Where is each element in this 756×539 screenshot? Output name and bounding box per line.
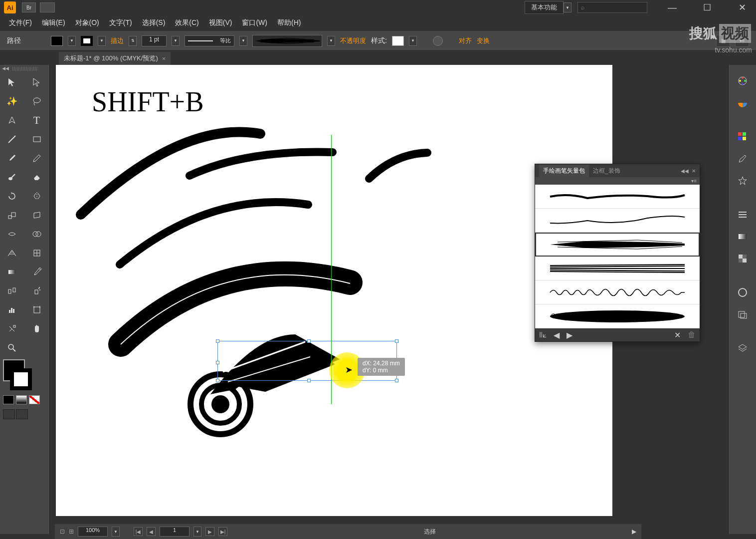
magic-wand-tool[interactable]: ✨ bbox=[0, 92, 24, 111]
selection-handle[interactable] bbox=[395, 339, 398, 343]
brushes-panel-header[interactable]: 手绘画笔矢量包 边框_装饰 ◀◀ ✕ bbox=[535, 164, 700, 177]
prev-artboard-button[interactable]: ◀ bbox=[147, 527, 156, 536]
zoom-input[interactable]: 100% bbox=[78, 527, 108, 537]
brush-dropdown-icon[interactable]: ▼ bbox=[327, 36, 335, 46]
search-input[interactable]: ⌕ bbox=[577, 2, 647, 13]
graphic-style-swatch[interactable] bbox=[392, 36, 404, 46]
menu-object[interactable]: 对象(O) bbox=[75, 18, 99, 27]
maximize-button[interactable]: ☐ bbox=[697, 1, 717, 13]
mesh-tool[interactable] bbox=[25, 244, 49, 263]
blob-brush-tool[interactable] bbox=[0, 168, 24, 187]
workspace-dropdown-icon[interactable]: ▼ bbox=[564, 2, 571, 12]
brush-list[interactable] bbox=[535, 185, 700, 328]
last-artboard-button[interactable]: ▶| bbox=[218, 527, 227, 536]
width-profile-selector[interactable]: 等比 bbox=[185, 35, 234, 46]
brush-item[interactable] bbox=[535, 209, 700, 233]
stroke-dropdown-icon[interactable]: ▼ bbox=[98, 36, 106, 46]
arrange-documents-icon[interactable] bbox=[40, 2, 55, 12]
stroke-color-icon[interactable] bbox=[10, 368, 32, 390]
fill-swatch[interactable] bbox=[51, 36, 63, 46]
none-mode-swatch[interactable] bbox=[29, 395, 40, 404]
lasso-tool[interactable] bbox=[25, 92, 49, 111]
brush-prev-icon[interactable]: ◀ bbox=[554, 330, 560, 340]
scale-tool[interactable] bbox=[0, 206, 24, 225]
stroke-label[interactable]: 描边 bbox=[111, 36, 124, 45]
artboard-dropdown-icon[interactable]: ▼ bbox=[193, 527, 201, 537]
fill-dropdown-icon[interactable]: ▼ bbox=[68, 36, 76, 46]
stroke-weight-input[interactable]: 1 pt bbox=[142, 35, 167, 46]
brushes-panel-tab-active[interactable]: 手绘画笔矢量包 bbox=[539, 165, 589, 177]
reflect-tool[interactable] bbox=[25, 187, 49, 206]
free-transform-tool[interactable] bbox=[25, 206, 49, 225]
panel-collapse-icon[interactable]: ◀◀ bbox=[681, 168, 689, 174]
rotate-tool[interactable] bbox=[0, 187, 24, 206]
profile-dropdown-icon[interactable]: ▼ bbox=[239, 36, 247, 46]
hand-tool[interactable] bbox=[25, 319, 49, 338]
artboard[interactable]: SHIFT+B bbox=[56, 65, 612, 516]
selection-tool[interactable] bbox=[0, 73, 24, 92]
pen-tool[interactable] bbox=[0, 111, 24, 130]
type-tool[interactable]: T bbox=[25, 111, 49, 130]
zoom-dropdown-icon[interactable]: ▼ bbox=[112, 527, 120, 537]
brush-item[interactable] bbox=[535, 304, 700, 328]
tools-grip-icon[interactable] bbox=[12, 67, 37, 71]
close-tab-icon[interactable]: × bbox=[162, 55, 166, 62]
color-guide-panel-icon[interactable] bbox=[733, 93, 753, 113]
brush-item[interactable] bbox=[535, 257, 700, 280]
color-panel-icon[interactable] bbox=[733, 71, 753, 91]
menu-effect[interactable]: 效果(C) bbox=[175, 18, 198, 27]
brush-library-icon[interactable]: ⫴⟀ bbox=[539, 330, 547, 339]
color-mode-swatch[interactable] bbox=[3, 395, 14, 404]
blend-tool[interactable] bbox=[0, 281, 24, 300]
bridge-icon[interactable]: Br bbox=[22, 2, 36, 12]
gradient-tool[interactable] bbox=[0, 263, 24, 281]
line-tool[interactable] bbox=[0, 130, 24, 149]
zoom-tool[interactable] bbox=[0, 338, 24, 357]
stroke-weight-down-icon[interactable]: ⇅ bbox=[129, 36, 137, 46]
menu-edit[interactable]: 编辑(E) bbox=[42, 18, 65, 27]
shape-builder-tool[interactable] bbox=[25, 225, 49, 244]
gradient-panel-icon[interactable] bbox=[733, 227, 753, 247]
stroke-weight-dropdown-icon[interactable]: ▼ bbox=[172, 36, 180, 46]
transparency-panel-icon[interactable] bbox=[733, 249, 753, 269]
eyedropper-tool[interactable] bbox=[25, 263, 49, 281]
menu-window[interactable]: 窗口(W) bbox=[242, 18, 267, 27]
first-artboard-button[interactable]: |◀ bbox=[134, 527, 143, 536]
menu-select[interactable]: 选择(S) bbox=[142, 18, 166, 27]
selection-handle[interactable] bbox=[216, 379, 219, 382]
brush-options-icon[interactable]: ✕ bbox=[674, 330, 681, 340]
brushes-panel-tab-inactive[interactable]: 边框_装饰 bbox=[589, 165, 624, 177]
next-artboard-button[interactable]: ▶ bbox=[205, 527, 214, 536]
status-icon[interactable]: ⊡ bbox=[60, 528, 65, 535]
brush-definition-selector[interactable] bbox=[252, 35, 322, 47]
graphic-styles-panel-icon[interactable] bbox=[733, 304, 753, 324]
recolor-artwork-icon[interactable] bbox=[433, 36, 443, 46]
brush-delete-icon[interactable]: 🗑 bbox=[688, 330, 696, 339]
brush-item[interactable] bbox=[535, 280, 700, 304]
minimize-button[interactable]: — bbox=[662, 1, 682, 13]
brush-item[interactable] bbox=[535, 185, 700, 209]
brushes-panel[interactable]: 手绘画笔矢量包 边框_装饰 ◀◀ ✕ ▾≡ ⫴⟀ ◀ ▶ bbox=[535, 164, 700, 342]
status-menu-icon[interactable]: ▶ bbox=[632, 528, 636, 535]
status-icon2[interactable]: ⊞ bbox=[69, 528, 74, 535]
close-button[interactable]: ✕ bbox=[732, 1, 752, 13]
menu-view[interactable]: 视图(V) bbox=[209, 18, 232, 27]
opacity-label[interactable]: 不透明度 bbox=[340, 36, 366, 45]
selection-handle[interactable] bbox=[395, 379, 398, 382]
artboard-tool[interactable] bbox=[25, 300, 49, 319]
rectangle-tool[interactable] bbox=[25, 130, 49, 149]
paintbrush-tool[interactable] bbox=[0, 149, 24, 168]
symbol-sprayer-tool[interactable] bbox=[25, 281, 49, 300]
brushes-panel-icon[interactable] bbox=[733, 149, 753, 169]
tools-collapse-icon[interactable]: ◀◀ bbox=[2, 66, 9, 71]
stroke-swatch[interactable] bbox=[81, 36, 93, 46]
menu-type[interactable]: 文字(T) bbox=[109, 18, 132, 27]
panel-menu-icon[interactable]: ▾≡ bbox=[691, 178, 697, 184]
fill-stroke-indicator[interactable] bbox=[0, 357, 49, 392]
column-graph-tool[interactable] bbox=[0, 300, 24, 319]
artboard-input[interactable]: 1 bbox=[160, 527, 189, 537]
layers-panel-icon[interactable] bbox=[733, 338, 753, 358]
normal-screen-mode[interactable] bbox=[3, 409, 15, 419]
document-tab[interactable]: 未标题-1* @ 100% (CMYK/预览) × bbox=[59, 52, 171, 65]
align-label[interactable]: 对齐 bbox=[459, 36, 472, 45]
